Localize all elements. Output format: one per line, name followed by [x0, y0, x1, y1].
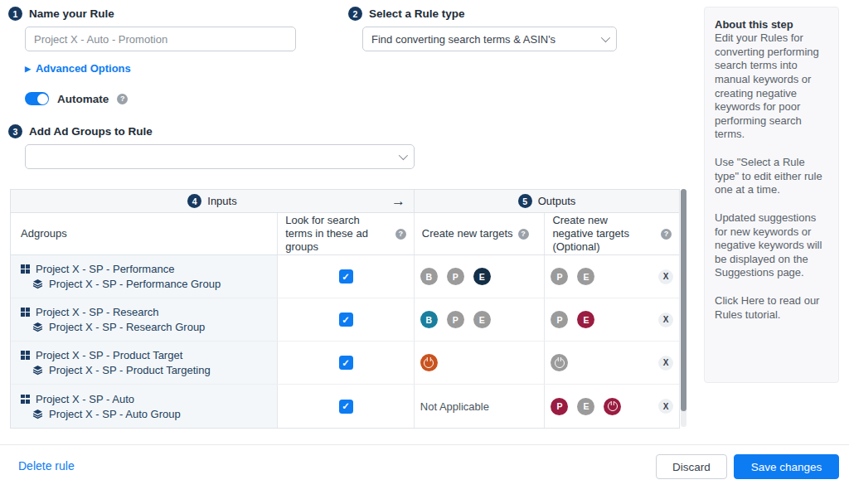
- about-title: About this step: [715, 18, 828, 31]
- badge-p[interactable]: P: [551, 311, 568, 328]
- table-scrollbar-thumb[interactable]: [681, 189, 686, 411]
- search-terms-help-icon[interactable]: [395, 229, 406, 240]
- badge-p[interactable]: P: [447, 311, 464, 328]
- table-row: Project X - SP - Auto Project X - SP - A…: [11, 385, 679, 428]
- adgroup-group-name: Project X - SP - Product Targeting: [49, 364, 211, 376]
- badge-e[interactable]: E: [473, 268, 491, 285]
- triangle-right-icon: ▶: [25, 65, 31, 73]
- table-column-headers: Adgroups Look for search terms in these …: [11, 213, 679, 255]
- about-paragraph-4: Click Here to read our Rules tutorial.: [715, 294, 828, 322]
- search-terms-cell: [278, 255, 415, 298]
- rule-name-input[interactable]: [25, 27, 296, 51]
- table-group-header: 4 Inputs → 5 Outputs: [11, 190, 679, 213]
- adgroup-name: Project X - SP - Product Target: [36, 349, 182, 361]
- badge-p[interactable]: P: [447, 268, 464, 285]
- table-row: Project X - SP - Performance Project X -…: [11, 255, 679, 298]
- adgroup-grid-icon: [21, 395, 30, 404]
- rule-type-value: Find converting search terms & ASIN's: [371, 33, 555, 46]
- remove-row-button[interactable]: X: [658, 399, 673, 414]
- col-header-negatives: Create new negative targets (Optional): [545, 213, 679, 254]
- footer-divider: [0, 444, 849, 445]
- target-circle-icon[interactable]: [604, 398, 621, 415]
- search-terms-checkbox[interactable]: [339, 356, 353, 370]
- targets-cell: Not Applicable: [415, 385, 546, 428]
- step3-label: Add Ad Groups to Rule: [29, 125, 153, 138]
- table-row: Project X - SP - Research Project X - SP…: [11, 298, 679, 342]
- layers-icon: [32, 365, 43, 376]
- col-header-targets-label: Create new targets: [422, 227, 513, 240]
- negatives-cell: PE X: [545, 298, 679, 341]
- table-scrollbar-track[interactable]: [681, 189, 686, 427]
- negatives-cell: PE X: [545, 255, 679, 298]
- targets-cell: BPE: [415, 255, 546, 298]
- col-header-adgroups: Adgroups: [11, 213, 278, 254]
- adgroup-group-name: Project X - SP - Auto Group: [49, 408, 181, 420]
- adgroups-table: 4 Inputs → 5 Outputs Adgroups Look for s…: [10, 189, 680, 429]
- targets-cell: [415, 342, 546, 384]
- search-terms-cell: [278, 342, 415, 384]
- badge-b[interactable]: B: [420, 268, 438, 285]
- advanced-options-link[interactable]: ▶ Advanced Options: [25, 62, 131, 75]
- targets-help-icon[interactable]: [518, 229, 529, 240]
- remove-row-button[interactable]: X: [658, 356, 673, 371]
- adgroup-cell: Project X - SP - Performance Project X -…: [11, 255, 278, 298]
- not-applicable-text: Not Applicable: [420, 400, 489, 413]
- step1-section: 1 Name your Rule: [8, 7, 298, 51]
- outputs-group-header: 5 Outputs: [415, 190, 679, 212]
- step1-label: Name your Rule: [29, 7, 114, 20]
- automate-row: Automate: [25, 92, 128, 105]
- badge-e[interactable]: E: [577, 268, 594, 285]
- negatives-badges: [551, 354, 568, 371]
- about-paragraph-3: Updated suggestions for new keywords or …: [715, 211, 828, 280]
- badge-b[interactable]: B: [420, 311, 438, 328]
- search-terms-checkbox[interactable]: [339, 400, 353, 414]
- inputs-number-badge: 4: [187, 194, 201, 208]
- target-circle-icon[interactable]: [551, 354, 568, 371]
- remove-row-button[interactable]: X: [658, 269, 673, 284]
- layers-icon: [32, 409, 43, 419]
- adgroup-cell: Project X - SP - Research Project X - SP…: [11, 298, 278, 341]
- badge-p[interactable]: P: [551, 268, 568, 285]
- remove-row-button[interactable]: X: [658, 313, 673, 327]
- adgroup-grid-icon: [21, 351, 30, 360]
- col-header-negatives-label: Create new negative targets (Optional): [552, 214, 648, 254]
- negatives-help-icon[interactable]: [661, 229, 672, 240]
- search-terms-checkbox[interactable]: [339, 313, 353, 327]
- adgroup-grid-icon: [21, 264, 30, 274]
- adgroup-grid-icon: [21, 308, 30, 317]
- save-changes-button[interactable]: Save changes: [734, 454, 839, 479]
- add-adgroups-select[interactable]: [25, 144, 415, 169]
- badge-p[interactable]: P: [551, 398, 568, 415]
- layers-icon: [32, 322, 43, 332]
- discard-button[interactable]: Discard: [656, 454, 727, 479]
- target-glyph: [424, 358, 434, 368]
- about-paragraph-1: Edit your Rules for converting performin…: [715, 32, 828, 142]
- advanced-options-label: Advanced Options: [36, 62, 131, 75]
- col-header-targets: Create new targets: [415, 213, 546, 254]
- outputs-label: Outputs: [538, 195, 576, 207]
- badge-e[interactable]: E: [473, 311, 491, 328]
- badge-e[interactable]: E: [577, 311, 594, 328]
- adgroup-group-name: Project X - SP - Research Group: [49, 321, 205, 333]
- search-terms-checkbox[interactable]: [339, 269, 353, 284]
- layers-icon: [32, 279, 43, 289]
- search-terms-cell: [278, 385, 415, 428]
- automate-toggle[interactable]: [25, 92, 49, 105]
- negatives-cell: PE X: [545, 385, 679, 428]
- adgroup-group-name: Project X - SP - Performance Group: [49, 278, 221, 290]
- chevron-down-icon: [399, 151, 408, 160]
- inputs-label: Inputs: [207, 195, 236, 207]
- targets-cell: BPE: [415, 298, 546, 341]
- step3-number-badge: 3: [8, 124, 22, 138]
- step2-section: 2 Select a Rule type Find converting sea…: [348, 7, 622, 51]
- about-paragraph-2: Use "Select a Rule type" to edit either …: [715, 156, 828, 197]
- automate-help-icon[interactable]: [117, 94, 128, 104]
- rule-type-select[interactable]: Find converting search terms & ASIN's: [362, 27, 617, 51]
- badge-e[interactable]: E: [577, 398, 594, 415]
- delete-rule-link[interactable]: Delete rule: [18, 459, 75, 472]
- inputs-group-header: 4 Inputs →: [11, 190, 415, 212]
- outputs-number-badge: 5: [518, 194, 532, 208]
- step2-number-badge: 2: [348, 7, 362, 21]
- target-circle-icon[interactable]: [420, 354, 438, 371]
- adgroup-cell: Project X - SP - Product Target Project …: [11, 342, 278, 384]
